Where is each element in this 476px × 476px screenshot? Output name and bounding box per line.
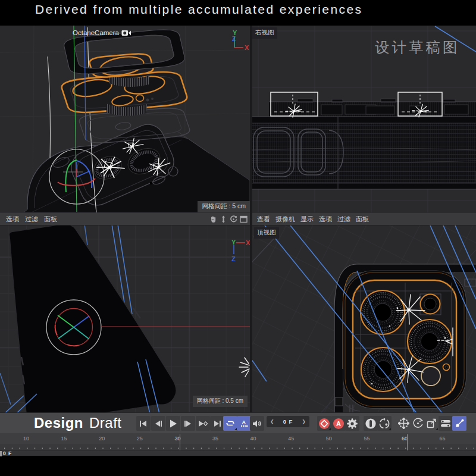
viewport-top[interactable]: 顶视图 (252, 226, 476, 412)
grid-spacing-badge-perspective: 网格间距 : 5 cm (198, 201, 250, 212)
viewport-nav-icons (209, 215, 248, 223)
timeline-ticks[interactable] (0, 444, 476, 450)
ruler-number-25: 25 (137, 436, 143, 441)
timeline-ruler[interactable]: 101520253035404550556065 (0, 433, 476, 444)
banner-title: Derived from multiple accumulated experi… (35, 2, 362, 17)
camera-label-text: OctaneCamera (73, 29, 119, 36)
viewport-right[interactable]: 右视图 设计草稿图 (252, 26, 476, 212)
pan-hand-icon[interactable] (209, 215, 217, 223)
camera-label[interactable]: OctaneCamera (73, 29, 131, 36)
camera-icon (121, 30, 131, 36)
next-frame-button[interactable] (181, 416, 195, 431)
current-frame-field[interactable]: ❮ 0 F ❯ (267, 416, 309, 427)
frame-increment[interactable]: ❯ (302, 419, 306, 424)
playhead-marker[interactable] (0, 451, 2, 456)
menu-right-2[interactable]: 显示 (300, 215, 314, 224)
record-keyframe-button[interactable] (317, 416, 331, 431)
axis-x-label: X (245, 44, 249, 51)
record-position-button[interactable] (364, 416, 378, 431)
menu-right-0[interactable]: 查看 (257, 215, 270, 224)
ruler-number-65: 65 (440, 436, 446, 441)
animation-toolbar: Design Draft A (0, 412, 476, 433)
axis-z-label: Z (232, 36, 236, 42)
frame-decrement[interactable]: ❮ (270, 419, 274, 424)
ruler-number-15: 15 (61, 436, 67, 441)
svg-text:A: A (242, 419, 246, 425)
watermark-text: 设计草稿图 (375, 37, 460, 57)
viewport-menubar-left: 选项过滤面板 (0, 212, 250, 226)
menu-right-3[interactable]: 选项 (319, 215, 332, 224)
toolbar-title: Design Draft (34, 413, 122, 433)
toggle-view-icon[interactable] (240, 215, 248, 223)
ruler-number-45: 45 (288, 436, 294, 441)
frame-60-marker (407, 434, 408, 450)
record-position-toggle[interactable] (396, 416, 411, 431)
top-banner: Derived from multiple accumulated experi… (0, 0, 476, 26)
record-parameter-toggle[interactable] (424, 416, 439, 431)
axis-gizmo-front: Y X Z (224, 237, 250, 264)
loop-mode-button[interactable] (223, 416, 237, 431)
frame-30-marker (180, 434, 180, 450)
play-button[interactable] (166, 416, 180, 431)
ruler-number-40: 40 (250, 436, 256, 441)
ruler-number-35: 35 (212, 436, 218, 441)
top-view-scene (252, 226, 476, 412)
axis-x-label: X (246, 239, 250, 246)
record-rotation-button[interactable] (377, 416, 392, 431)
axis-y-label: Y (231, 239, 236, 246)
viewport-menubar-right: 查看摄像机显示选项过滤面板 (252, 212, 476, 226)
sound-button[interactable] (250, 416, 264, 431)
frame-value: 0 F (283, 418, 293, 425)
goto-end-button[interactable] (210, 416, 224, 431)
ruler-number-55: 55 (364, 436, 369, 441)
menu-right-5[interactable]: 面板 (356, 215, 369, 224)
autokeying-button[interactable]: A (331, 416, 346, 431)
svg-text:A: A (336, 420, 341, 427)
point-level-animation-button[interactable] (452, 416, 466, 431)
play-to-key-button[interactable] (196, 416, 210, 431)
autokey-mode-button[interactable]: A (237, 416, 251, 431)
goto-start-button[interactable] (136, 416, 151, 431)
timeline-start-label: 0 F (3, 450, 12, 456)
ruler-number-50: 50 (326, 436, 332, 441)
viewport-divider (250, 26, 252, 412)
menu-perspective-0[interactable]: 选项 (6, 215, 19, 224)
view-label-right: 右视图 (252, 27, 277, 39)
rotate-view-icon[interactable] (230, 215, 237, 223)
toolbar-title-bold: Design (34, 415, 83, 431)
front-view-scene (0, 226, 250, 412)
layers-button[interactable] (439, 416, 453, 431)
menu-perspective-2[interactable]: 面板 (44, 215, 57, 224)
keyframe-selection-button[interactable] (345, 416, 359, 431)
previous-frame-button[interactable] (151, 416, 165, 431)
grid-spacing-badge-front: 网格间距 : 0.5 cm (193, 396, 248, 407)
menu-right-4[interactable]: 过滤 (337, 215, 350, 224)
application-window: Derived from multiple accumulated experi… (0, 0, 476, 476)
zoom-icon[interactable] (220, 215, 227, 223)
viewport-front[interactable]: Y X Z 网格间距 : 0.5 cm (0, 226, 250, 412)
perspective-scene (0, 26, 250, 212)
viewport-perspective[interactable]: OctaneCamera Y Z X 网格间距 : 5 cm (0, 26, 250, 212)
timeline-range-bar[interactable]: 0 F (0, 450, 476, 456)
record-scale-toggle[interactable] (411, 416, 425, 431)
toolbar-title-light: Draft (89, 415, 122, 431)
menu-right-1[interactable]: 摄像机 (275, 215, 295, 224)
axis-z-label: Z (231, 255, 236, 262)
ruler-number-10: 10 (23, 436, 29, 441)
axis-gizmo-perspective: Y Z X (225, 27, 250, 55)
menu-perspective-1[interactable]: 过滤 (25, 215, 38, 224)
view-label-top: 顶视图 (254, 227, 279, 239)
ruler-number-20: 20 (99, 436, 105, 441)
